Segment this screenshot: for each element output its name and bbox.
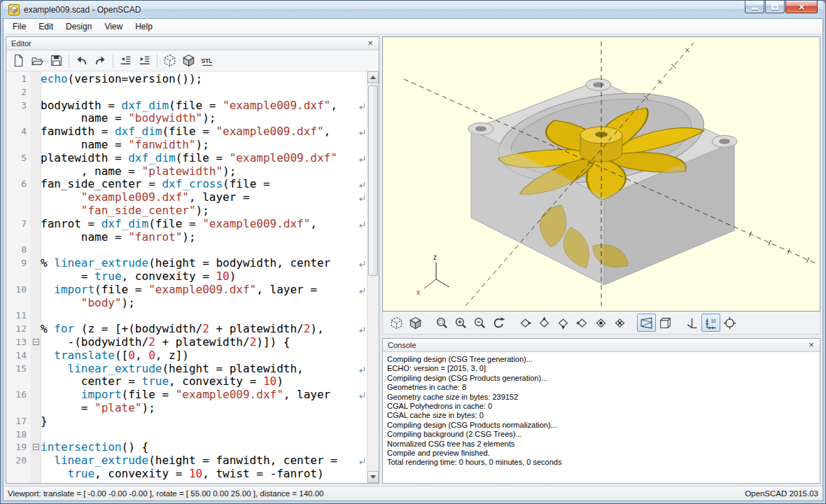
code-text: fanrot = dxf_dim(file = "example009.dxf"… — [41, 218, 317, 230]
unindent-button[interactable] — [116, 52, 135, 70]
code-row[interactable]: 13 -(bodywidth/2 + platewidth/2)]) { — [6, 336, 367, 349]
show-crosshairs-button[interactable] — [720, 314, 739, 332]
close-button[interactable]: × — [785, 1, 818, 13]
line-wrap-icon — [358, 365, 365, 376]
scrollbar-thumb[interactable] — [368, 85, 378, 276]
code-row[interactable]: name = "bodywidth"); — [6, 112, 367, 125]
code-row[interactable]: 19intersection() { — [6, 441, 367, 454]
code-row[interactable]: "fan_side_center"); — [6, 204, 367, 218]
line-wrap-icon — [358, 102, 365, 113]
view-all-button[interactable] — [433, 314, 451, 332]
code-row[interactable]: center = true, convexity = 10) — [6, 375, 367, 388]
view-top-button[interactable] — [535, 314, 554, 332]
line-number: 19 — [6, 441, 31, 454]
code-text: center = true, convexity = 10) — [41, 375, 284, 388]
editor-scrollbar[interactable] — [367, 71, 379, 483]
scrollbar-down-button[interactable] — [368, 471, 379, 483]
redo-button[interactable] — [91, 52, 110, 70]
viewport-canvas: z x — [383, 37, 820, 311]
menu-help[interactable]: Help — [129, 20, 159, 34]
export-stl-button[interactable]: STL — [198, 52, 217, 70]
code-row[interactable]: = "plate"); — [6, 402, 367, 415]
fold-marker[interactable] — [33, 444, 39, 450]
orthogonal-button[interactable] — [656, 314, 675, 332]
title-bar[interactable]: example009.scad - OpenSCAD × — [3, 1, 823, 18]
code-row[interactable]: 4fanwidth = dxf_dim(file = "example009.d… — [6, 125, 367, 139]
fold-margin — [31, 441, 41, 454]
code-editor[interactable]: 1echo(version=version());23bodywidth = d… — [6, 71, 367, 483]
editor-close-button[interactable]: × — [365, 38, 376, 48]
view-back-button[interactable] — [610, 314, 629, 332]
code-text: intersection() { — [41, 441, 148, 454]
code-row[interactable]: true, convexity = 10, twist = -fanrot) — [6, 468, 367, 481]
code-row[interactable]: "body"); — [6, 297, 367, 310]
show-axes-button[interactable] — [682, 314, 701, 332]
code-row[interactable]: 7fanrot = dxf_dim(file = "example009.dxf… — [6, 218, 367, 231]
render-icon — [409, 316, 422, 330]
perspective-button[interactable] — [637, 314, 656, 332]
code-row[interactable]: 1echo(version=version()); — [6, 73, 367, 86]
line-number: 8 — [6, 244, 31, 257]
open-file-button[interactable] — [28, 52, 47, 70]
code-row[interactable]: 20 linear_extrude(height = fanwidth, cen… — [6, 454, 367, 468]
scrollbar-up-button[interactable] — [368, 71, 379, 83]
indent-button[interactable] — [135, 52, 154, 70]
console-line: Compile and preview finished. — [387, 449, 816, 458]
save-file-button[interactable] — [47, 52, 66, 70]
menu-design[interactable]: Design — [59, 20, 98, 34]
code-row[interactable]: "example009.dxf", layer = — [6, 191, 367, 204]
new-file-button[interactable] — [9, 52, 28, 70]
view-front-button[interactable] — [592, 314, 610, 332]
menu-edit[interactable]: Edit — [32, 20, 59, 34]
code-row[interactable]: , name = "platewidth"); — [6, 165, 367, 178]
code-row[interactable]: 6fan_side_center = dxf_cross(file = — [6, 178, 367, 191]
minimize-button[interactable] — [745, 1, 764, 13]
line-wrap-icon — [358, 325, 365, 336]
fold-marker[interactable] — [33, 339, 39, 345]
toolbar-separator — [157, 54, 158, 68]
render-button[interactable] — [179, 52, 198, 70]
code-row[interactable]: 18 — [6, 428, 367, 442]
render-button[interactable] — [406, 314, 425, 332]
zoom-out-button[interactable] — [470, 314, 489, 332]
code-row[interactable]: = true, convexity = 10) — [6, 270, 367, 284]
code-row[interactable]: 2 — [6, 86, 367, 99]
view-bottom-button[interactable] — [554, 314, 573, 332]
code-row[interactable]: 17} — [6, 415, 367, 428]
code-row[interactable]: 16 import(file = "example009.dxf", layer — [6, 388, 367, 402]
code-row[interactable]: 5platewidth = dxf_dim(file = "example009… — [6, 152, 367, 165]
code-text: } — [41, 415, 48, 428]
code-row[interactable]: 12% for (z = [+(bodywidth/2 + platewidth… — [6, 323, 367, 336]
menu-file[interactable]: File — [6, 20, 32, 34]
code-row[interactable]: 3bodywidth = dxf_dim(file = "example009.… — [6, 99, 367, 113]
undo-button[interactable] — [72, 52, 91, 70]
code-row[interactable]: 15 linear_extrude(height = platewidth, — [6, 363, 367, 376]
code-row[interactable]: name = "fanrot"); — [6, 231, 367, 244]
console-output[interactable]: Compiling design (CSG Tree generation)..… — [383, 352, 820, 483]
close-icon: × — [799, 2, 804, 12]
code-row[interactable]: name = "fanwidth"); — [6, 139, 367, 152]
maximize-button[interactable] — [765, 1, 785, 13]
view-right-button[interactable] — [516, 314, 535, 332]
fold-margin — [31, 336, 41, 349]
zoom-in-button[interactable] — [451, 314, 470, 332]
line-number: 18 — [6, 428, 31, 442]
view-left-button[interactable] — [573, 314, 592, 332]
code-text: linear_extrude(height = fanwidth, center… — [41, 454, 337, 467]
preview-button[interactable] — [387, 314, 406, 332]
menu-view[interactable]: View — [98, 20, 129, 34]
reset-view-button[interactable] — [489, 314, 508, 332]
code-row[interactable]: 14 translate([0, 0, z]) — [6, 349, 367, 363]
show-scale-markers-button[interactable]: 10 — [701, 314, 720, 332]
code-row[interactable]: 10 import(file = "example009.dxf", layer… — [6, 284, 367, 297]
preview-button[interactable] — [160, 52, 179, 70]
code-row[interactable]: 8 — [6, 244, 367, 257]
console-close-button[interactable]: × — [806, 340, 817, 350]
line-number: 4 — [6, 125, 31, 139]
code-row[interactable]: 9% linear_extrude(height = bodywidth, ce… — [6, 257, 367, 270]
console-line: Geometry cache size in bytes: 239152 — [387, 393, 816, 402]
export-stl-icon: STL — [201, 54, 214, 67]
viewport-3d[interactable]: z x — [382, 36, 820, 312]
code-text: fanwidth = dxf_dim(file = "example009.dx… — [41, 125, 330, 138]
code-row[interactable]: 11 — [6, 309, 367, 323]
